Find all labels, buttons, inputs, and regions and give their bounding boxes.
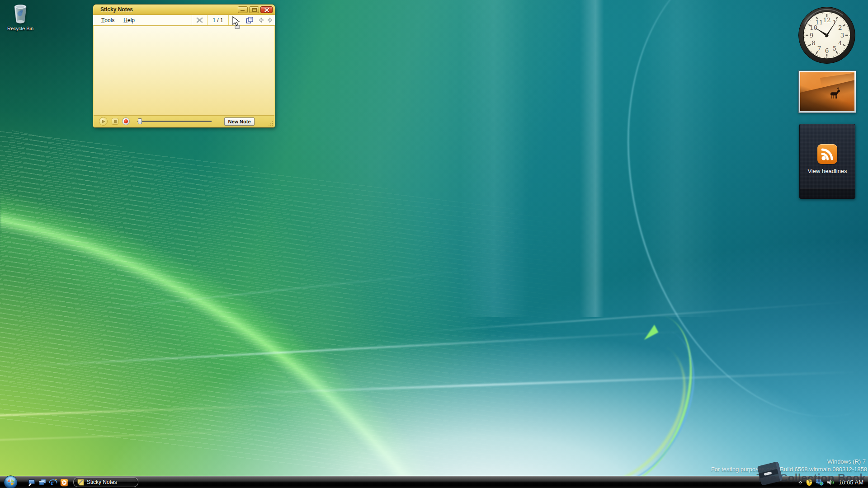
playback-slider[interactable]	[137, 118, 212, 125]
minimize-button[interactable]	[238, 6, 248, 13]
svg-text:8: 8	[811, 39, 816, 47]
delete-note-icon	[196, 17, 203, 23]
desert-oryx-photo	[800, 72, 854, 111]
copy-note-button[interactable]	[244, 15, 256, 25]
next-note-button[interactable]	[265, 15, 275, 25]
watermark-windows7: Windows (R) 7	[827, 458, 866, 465]
previous-note-icon	[258, 17, 264, 23]
svg-text:4: 4	[838, 39, 842, 47]
play-button[interactable]	[99, 117, 108, 126]
window-title: Sticky Notes	[100, 6, 238, 13]
show-desktop-button[interactable]	[27, 478, 36, 487]
copy-note-icon	[246, 17, 254, 23]
internet-explorer-button[interactable]: e	[49, 478, 57, 487]
resize-grip[interactable]	[268, 120, 273, 126]
oryx-silhouette	[827, 87, 843, 101]
menu-tools[interactable]: Tools	[97, 15, 119, 25]
show-desktop-icon	[28, 479, 36, 486]
window-controls	[238, 6, 273, 13]
recycle-bin-icon	[11, 4, 29, 25]
sticky-notes-window: Sticky Notes Tools Help	[93, 5, 275, 127]
previous-note-button[interactable]	[256, 15, 265, 25]
next-note-icon	[267, 17, 274, 23]
switch-windows-button[interactable]	[38, 478, 47, 487]
close-button[interactable]	[260, 6, 273, 13]
media-player-button[interactable]	[60, 478, 68, 487]
svg-text:9: 9	[810, 32, 814, 39]
sticky-note-icon	[77, 479, 84, 486]
taskbar-button-sticky-notes[interactable]: Sticky Notes	[73, 477, 138, 487]
separator	[228, 15, 229, 25]
feed-gadget-footer	[800, 188, 855, 198]
record-button[interactable]	[122, 117, 130, 125]
svg-text:7: 7	[817, 45, 821, 52]
menu-bar: Tools Help 1 / 1	[93, 15, 275, 26]
feed-headlines-gadget[interactable]: View headlines	[799, 124, 855, 199]
svg-text:2: 2	[838, 24, 842, 31]
close-icon	[264, 8, 269, 13]
title-bar[interactable]: Sticky Notes	[93, 5, 275, 15]
slider-track	[137, 121, 212, 122]
play-icon	[102, 120, 105, 123]
recycle-bin-label: Recycle Bin	[3, 26, 38, 31]
taskbar: e Sticky Notes	[0, 476, 868, 488]
svg-text:5: 5	[833, 45, 837, 52]
internet-explorer-icon: e	[49, 479, 57, 487]
clock-gadget[interactable]: 12 1 2 3 4 5 6 7 8 9 10 11	[798, 6, 856, 64]
maximize-button[interactable]	[249, 6, 259, 13]
record-icon	[124, 119, 128, 123]
view-headlines-link[interactable]: View headlines	[800, 168, 855, 174]
delete-note-button[interactable]	[192, 15, 207, 25]
note-text-area[interactable]	[94, 26, 274, 115]
note-toolbar: 1 / 1	[192, 15, 275, 25]
switch-windows-icon	[38, 479, 47, 486]
recycle-bin[interactable]: Recycle Bin	[3, 4, 38, 31]
stop-icon	[114, 120, 117, 123]
start-button[interactable]	[4, 475, 18, 488]
svg-text:6: 6	[825, 47, 829, 54]
media-player-icon	[60, 479, 68, 487]
desktop: Recycle Bin Sticky Notes Tools Help	[0, 0, 868, 488]
taskbar-button-label: Sticky Notes	[87, 479, 117, 485]
rss-icon[interactable]	[817, 144, 837, 164]
quick-launch-bar: e	[27, 476, 68, 488]
slideshow-gadget[interactable]	[798, 70, 856, 113]
svg-text:3: 3	[840, 32, 844, 39]
stop-button[interactable]	[112, 118, 118, 125]
slider-thumb[interactable]	[138, 118, 142, 124]
page-indicator: 1 / 1	[208, 17, 228, 23]
note-controls-bar: New Note	[94, 115, 274, 127]
windows-start-orb-icon	[4, 475, 18, 488]
new-note-button[interactable]: New Note	[224, 117, 255, 126]
menu-help[interactable]: Help	[119, 15, 139, 25]
